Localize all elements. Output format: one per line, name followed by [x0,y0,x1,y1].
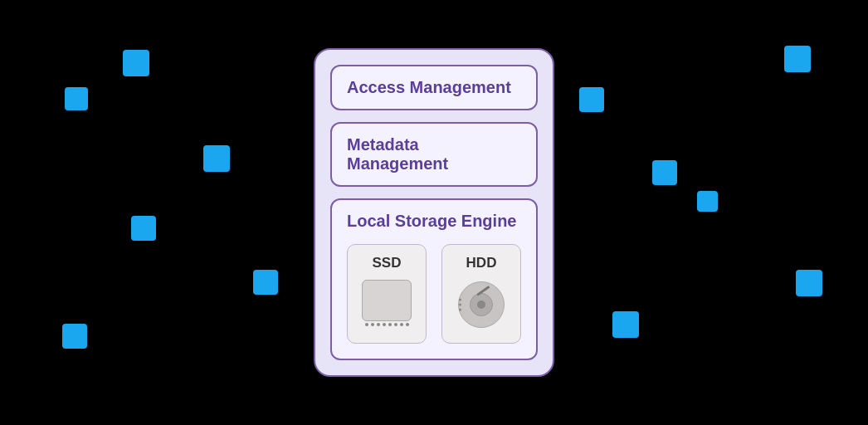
local-storage-engine-box: Local Storage Engine SSD [330,198,538,360]
blue-dot-7 [784,46,811,72]
blue-dot-5 [253,270,278,295]
blue-dot-3 [203,145,230,172]
hdd-icon [456,280,506,330]
metadata-management-label: Metadata Management [347,135,448,173]
center-panel: Access Management Metadata Management Lo… [314,48,554,377]
access-management-box: Access Management [330,65,538,110]
blue-dot-6 [62,324,87,349]
blue-dot-2 [65,87,88,110]
hdd-drive-card: HDD [441,244,521,344]
ssd-drive-card: SSD [347,244,427,344]
blue-dot-1 [123,50,149,76]
hdd-label: HDD [466,255,497,271]
blue-dot-8 [579,87,604,112]
blue-dot-4 [131,216,156,241]
ssd-icon [362,280,412,326]
blue-dot-10 [697,191,718,212]
storage-engine-title: Local Storage Engine [347,212,521,231]
metadata-management-box: Metadata Management [330,122,538,187]
blue-dot-12 [612,311,639,338]
blue-dot-11 [796,270,822,296]
drives-row: SSD HDD [347,244,521,344]
access-management-label: Access Management [347,78,511,96]
blue-dot-9 [652,160,677,185]
ssd-label: SSD [373,255,402,271]
